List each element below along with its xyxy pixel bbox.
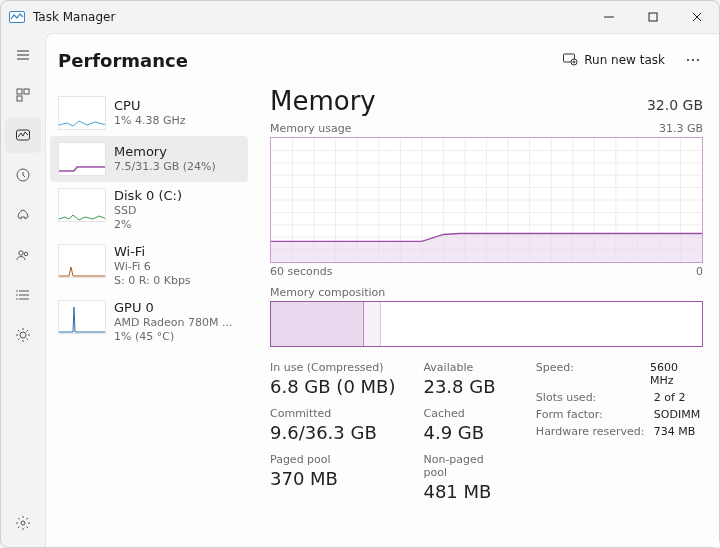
more-button[interactable] [679,46,707,74]
svg-point-20 [16,298,18,300]
svg-point-18 [16,290,18,292]
stat-committed: Committed9.6/36.3 GB [270,407,395,443]
sidebar-item-label: CPU [114,98,240,114]
cpu-thumb [58,96,106,130]
stat-available: Available23.8 GB [423,361,507,397]
svg-point-27 [687,59,689,61]
stat-cached: Cached4.9 GB [423,407,507,443]
svg-point-19 [16,294,18,296]
sidebar-item-disk[interactable]: Disk 0 (C:)SSD2% [50,182,248,238]
nav-details-button[interactable] [5,277,41,313]
run-new-task-label: Run new task [584,53,665,67]
svg-rect-2 [649,13,657,21]
memory-detail: Memory 32.0 GB Memory usage 31.3 GB [254,86,719,547]
detail-title: Memory [270,86,376,116]
sidebar-item-wifi[interactable]: Wi-FiWi-Fi 6S: 0 R: 0 Kbps [50,238,248,294]
svg-point-21 [20,332,26,338]
task-manager-window: Task Manager Performance [0,0,720,548]
close-button[interactable] [675,1,719,33]
sidebar-item-gpu[interactable]: GPU 0AMD Radeon 780M ...1% (45 °C) [50,294,248,350]
run-new-task-button[interactable]: Run new task [554,47,673,74]
nav-settings-button[interactable] [5,505,41,541]
nav-startup-button[interactable] [5,197,41,233]
nav-rail [1,33,45,547]
window-controls [587,1,719,33]
nav-services-button[interactable] [5,317,41,353]
chart-label-left: Memory usage [270,122,351,135]
sidebar-item-label: Wi-Fi [114,244,240,260]
app-icon [9,9,25,25]
memory-usage-chart [270,137,703,263]
svg-point-22 [21,521,25,525]
page-header: Performance Run new task [46,34,719,86]
gpu-thumb [58,300,106,334]
memory-composition-chart [270,301,703,347]
nav-performance-button[interactable] [5,117,41,153]
sidebar-item-label: Memory [114,144,240,160]
composition-label: Memory composition [270,286,703,299]
minimize-button[interactable] [587,1,631,33]
sidebar-item-label: Disk 0 (C:) [114,188,240,204]
svg-rect-9 [24,89,29,94]
chart-label-right: 31.3 GB [659,122,703,135]
memory-specs: Speed:5600 MHz Slots used:2 of 2 Form fa… [536,361,703,502]
wifi-thumb [58,244,106,278]
svg-point-13 [19,251,23,255]
sidebar-item-label: GPU 0 [114,300,240,316]
nav-processes-button[interactable] [5,77,41,113]
perf-sidebar: CPU1% 4.38 GHz Memory7.5/31.3 GB (24%) D… [46,86,254,547]
nav-history-button[interactable] [5,157,41,193]
memory-capacity: 32.0 GB [647,97,703,113]
nav-hamburger-button[interactable] [5,37,41,73]
stat-in-use: In use (Compressed)6.8 GB (0 MB) [270,361,395,397]
page-title: Performance [58,50,188,71]
disk-thumb [58,188,106,222]
stat-paged: Paged pool370 MB [270,453,395,489]
svg-rect-10 [17,96,22,101]
titlebar[interactable]: Task Manager [1,1,719,33]
nav-users-button[interactable] [5,237,41,273]
sidebar-item-cpu[interactable]: CPU1% 4.38 GHz [50,90,248,136]
chart-time-right: 0 [696,265,703,278]
svg-point-14 [24,252,28,256]
memory-stats: In use (Compressed)6.8 GB (0 MB) Committ… [270,361,703,502]
chart-time-left: 60 seconds [270,265,332,278]
sidebar-item-memory[interactable]: Memory7.5/31.3 GB (24%) [50,136,248,182]
svg-rect-8 [17,89,22,94]
svg-point-28 [692,59,694,61]
svg-point-29 [697,59,699,61]
run-new-task-icon [562,51,578,70]
maximize-button[interactable] [631,1,675,33]
stat-nonpaged: Non-paged pool481 MB [423,453,507,502]
memory-thumb [58,142,106,176]
window-title: Task Manager [33,10,115,24]
